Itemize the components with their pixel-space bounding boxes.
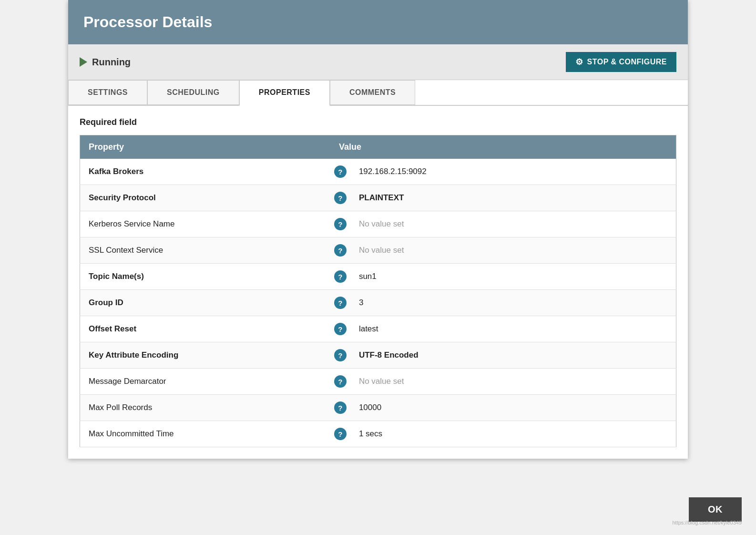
help-icon[interactable]: ? (334, 218, 347, 230)
help-column: ? (330, 316, 350, 342)
table-row[interactable]: SSL Context Service?No value set (80, 237, 676, 264)
table-row[interactable]: Max Uncommitted Time?1 secs (80, 421, 676, 447)
play-icon (80, 57, 87, 67)
help-icon[interactable]: ? (334, 401, 347, 414)
ok-button[interactable]: OK (689, 497, 742, 522)
help-column: ? (330, 395, 350, 421)
property-name: Group ID (80, 290, 330, 316)
property-value[interactable]: No value set (350, 211, 676, 237)
property-name: Kafka Brokers (80, 159, 330, 185)
table-row[interactable]: Topic Name(s)?sun1 (80, 264, 676, 290)
help-icon[interactable]: ? (334, 428, 347, 440)
property-value[interactable]: UTF-8 Encoded (350, 342, 676, 369)
property-value[interactable]: No value set (350, 237, 676, 264)
property-value[interactable]: No value set (350, 369, 676, 395)
tabs-container: SETTINGS SCHEDULING PROPERTIES COMMENTS (68, 80, 688, 106)
property-value[interactable]: latest (350, 316, 676, 342)
property-name: Kerberos Service Name (80, 211, 330, 237)
tab-properties[interactable]: PROPERTIES (239, 80, 330, 106)
tab-scheduling[interactable]: SCHEDULING (147, 80, 239, 105)
table-row[interactable]: Key Attribute Encoding?UTF-8 Encoded (80, 342, 676, 369)
table-row[interactable]: Offset Reset?latest (80, 316, 676, 342)
property-name: Message Demarcator (80, 369, 330, 395)
page-title: Processor Details (83, 13, 673, 31)
property-name: Key Attribute Encoding (80, 342, 330, 369)
status-running: Running (80, 57, 131, 68)
help-column: ? (330, 369, 350, 395)
table-row[interactable]: Message Demarcator?No value set (80, 369, 676, 395)
help-column: ? (330, 211, 350, 237)
help-icon[interactable]: ? (334, 297, 347, 309)
watermark: https://blog.csdn.net/kyle0349 (672, 520, 742, 525)
help-column: ? (330, 290, 350, 316)
table-row[interactable]: Kerberos Service Name?No value set (80, 211, 676, 237)
table-row[interactable]: Security Protocol?PLAINTEXT (80, 185, 676, 211)
help-icon[interactable]: ? (334, 244, 347, 257)
property-value[interactable]: 1 secs (350, 421, 676, 447)
status-bar: Running ⚙ STOP & CONFIGURE (68, 44, 688, 80)
property-value[interactable]: 3 (350, 290, 676, 316)
help-column: ? (330, 342, 350, 369)
property-value[interactable]: 10000 (350, 395, 676, 421)
help-column: ? (330, 421, 350, 447)
property-name: Max Poll Records (80, 395, 330, 421)
help-icon[interactable]: ? (334, 165, 347, 178)
gear-icon: ⚙ (575, 57, 583, 67)
help-icon[interactable]: ? (334, 192, 347, 204)
required-field-label: Required field (80, 117, 676, 127)
stop-configure-button[interactable]: ⚙ STOP & CONFIGURE (566, 52, 676, 72)
table-header-row: Property Value (80, 135, 676, 159)
table-row[interactable]: Max Poll Records?10000 (80, 395, 676, 421)
property-name: SSL Context Service (80, 237, 330, 264)
property-value[interactable]: PLAINTEXT (350, 185, 676, 211)
status-label: Running (92, 57, 131, 68)
property-name: Offset Reset (80, 316, 330, 342)
help-column: ? (330, 264, 350, 290)
help-icon[interactable]: ? (334, 323, 347, 335)
dialog-header: Processor Details (68, 0, 688, 44)
help-icon[interactable]: ? (334, 270, 347, 283)
stop-configure-label: STOP & CONFIGURE (587, 58, 667, 66)
property-name: Max Uncommitted Time (80, 421, 330, 447)
help-column: ? (330, 237, 350, 264)
property-value[interactable]: sun1 (350, 264, 676, 290)
table-row[interactable]: Kafka Brokers?192.168.2.15:9092 (80, 159, 676, 185)
help-icon[interactable]: ? (334, 349, 347, 361)
help-column: ? (330, 185, 350, 211)
property-name: Security Protocol (80, 185, 330, 211)
property-column-header: Property (80, 135, 330, 159)
content-area: Required field Property Value Kafka Brok… (68, 106, 688, 459)
property-value[interactable]: 192.168.2.15:9092 (350, 159, 676, 185)
properties-table: Property Value Kafka Brokers?192.168.2.1… (80, 135, 676, 447)
help-column: ? (330, 159, 350, 185)
help-icon[interactable]: ? (334, 375, 347, 388)
value-column-header: Value (330, 135, 676, 159)
tab-settings[interactable]: SETTINGS (68, 80, 147, 105)
property-name: Topic Name(s) (80, 264, 330, 290)
tab-comments[interactable]: COMMENTS (330, 80, 415, 105)
table-row[interactable]: Group ID?3 (80, 290, 676, 316)
